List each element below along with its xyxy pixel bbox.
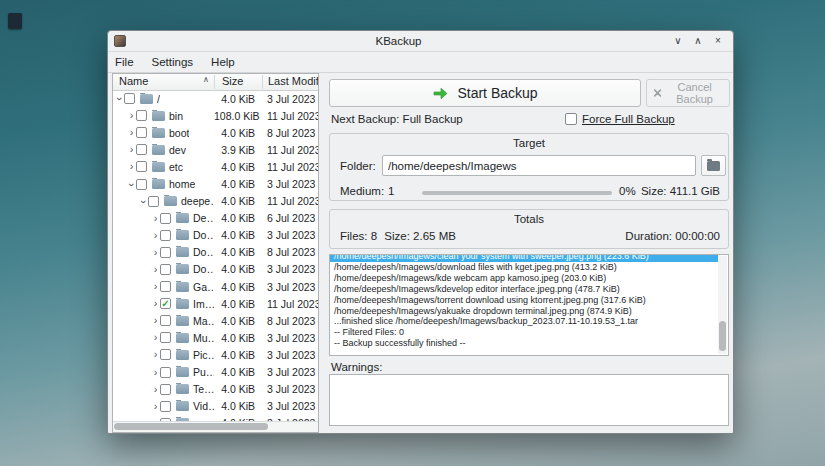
- row-checkbox[interactable]: [160, 281, 171, 292]
- log-line[interactable]: -- Filtered Files: 0: [330, 327, 718, 338]
- desktop-shortcut-icon[interactable]: [8, 13, 22, 29]
- tree-row[interactable]: › Vid… 4.0 KiB 3 Jul 2023 1: [113, 398, 318, 415]
- log-line[interactable]: /home/deepesh/Imagews/kdevelop editor in…: [330, 284, 718, 295]
- folder-name[interactable]: home: [169, 178, 195, 190]
- close-icon[interactable]: ×: [711, 34, 725, 48]
- folder-name[interactable]: Pu…: [193, 366, 214, 378]
- folder-name[interactable]: Do…: [193, 246, 214, 258]
- row-checkbox[interactable]: [160, 367, 171, 378]
- expander-icon[interactable]: ›: [151, 333, 160, 342]
- folder-name[interactable]: Ma…: [193, 315, 214, 327]
- log-line[interactable]: ...finished slice /home/deepesh/Imagews/…: [330, 316, 718, 327]
- tree-row[interactable]: › De… 4.0 KiB 6 Jul 2023 1: [113, 210, 318, 227]
- tree-row[interactable]: › / 4.0 KiB 3 Jul 2023 1: [113, 90, 318, 107]
- folder-name[interactable]: Mu…: [193, 332, 214, 344]
- expander-icon[interactable]: ›: [151, 350, 160, 359]
- scrollbar-handle[interactable]: [719, 321, 726, 351]
- tree-row[interactable]: › bin 108.0 KiB 11 Jul 2023: [113, 107, 318, 124]
- expander-icon[interactable]: ›: [151, 402, 160, 411]
- log-output[interactable]: /home/deepesh/Imagews/clean your system …: [329, 254, 729, 356]
- log-line[interactable]: /home/deepesh/Imagews/kde webcam app kam…: [330, 273, 718, 284]
- row-checkbox[interactable]: [160, 213, 171, 224]
- expander-icon[interactable]: ›: [151, 231, 160, 240]
- row-checkbox[interactable]: [136, 110, 147, 121]
- row-checkbox[interactable]: [136, 127, 147, 138]
- scrollbar-handle[interactable]: [114, 423, 268, 430]
- expander-icon[interactable]: ›: [151, 248, 160, 257]
- expander-icon[interactable]: ›: [127, 180, 136, 189]
- log-line[interactable]: /home/deepesh/Imagews/yakuake dropdown t…: [330, 306, 718, 317]
- tree-horizontal-scrollbar[interactable]: [113, 421, 318, 432]
- tree-row[interactable]: › Do… 4.0 KiB 8 Jul 2023 0: [113, 244, 318, 261]
- warnings-box[interactable]: [329, 374, 729, 426]
- expander-icon[interactable]: ›: [127, 128, 136, 137]
- medium-capacity-bar[interactable]: [422, 191, 612, 195]
- folder-name[interactable]: Do…: [193, 229, 214, 241]
- cancel-backup-button[interactable]: Cancel Backup: [646, 79, 730, 107]
- row-checkbox[interactable]: [136, 161, 147, 172]
- expander-icon[interactable]: ›: [151, 299, 160, 308]
- start-backup-button[interactable]: Start Backup: [329, 79, 641, 107]
- row-checkbox[interactable]: [160, 349, 171, 360]
- row-checkbox[interactable]: [136, 144, 147, 155]
- tree-row[interactable]: › Ma… 4.0 KiB 8 Jul 2023 0: [113, 312, 318, 329]
- expander-icon[interactable]: ›: [151, 282, 160, 291]
- tree-row[interactable]: › ✓ Im… 4.0 KiB 11 Jul 2023: [113, 295, 318, 312]
- row-checkbox[interactable]: [160, 315, 171, 326]
- folder-name[interactable]: boot: [169, 127, 189, 139]
- browse-folder-button[interactable]: [701, 155, 726, 176]
- row-checkbox[interactable]: [124, 93, 135, 104]
- tree-row[interactable]: › Pu… 4.0 KiB 3 Jul 2023 1: [113, 364, 318, 381]
- folder-name[interactable]: Pic…: [193, 349, 214, 361]
- tree-row[interactable]: › etc 4.0 KiB 11 Jul 2023: [113, 158, 318, 175]
- row-checkbox[interactable]: [160, 264, 171, 275]
- tree-row[interactable]: › Mu… 4.0 KiB 3 Jul 2023 1: [113, 329, 318, 346]
- tree-row[interactable]: › home 4.0 KiB 3 Jul 2023 1: [113, 175, 318, 192]
- folder-name[interactable]: Do…: [193, 263, 214, 275]
- folder-name[interactable]: Ga…: [193, 281, 214, 293]
- column-divider[interactable]: [262, 75, 263, 89]
- log-vertical-scrollbar[interactable]: [718, 256, 727, 354]
- menu-help[interactable]: Help: [202, 56, 244, 68]
- tree-row[interactable]: › Do… 4.0 KiB 3 Jul 2023 1: [113, 227, 318, 244]
- column-divider[interactable]: [214, 75, 215, 89]
- tree-row[interactable]: › Pic… 4.0 KiB 3 Jul 2023 2: [113, 346, 318, 363]
- folder-input[interactable]: [382, 155, 696, 176]
- row-checkbox[interactable]: [160, 230, 171, 241]
- tree-row[interactable]: › Do… 4.0 KiB 3 Jul 2023 2: [113, 261, 318, 278]
- log-line[interactable]: /home/deepesh/Imagews/clean your system …: [330, 254, 718, 262]
- menu-settings[interactable]: Settings: [143, 56, 203, 68]
- tree-row[interactable]: › Ga… 4.0 KiB 3 Jul 2023 2: [113, 278, 318, 295]
- folder-name[interactable]: bin: [169, 110, 183, 122]
- folder-name[interactable]: /: [157, 93, 160, 105]
- row-checkbox[interactable]: [160, 247, 171, 258]
- expander-icon[interactable]: ›: [151, 385, 160, 394]
- minimize-icon[interactable]: ∨: [671, 34, 685, 48]
- row-checkbox[interactable]: [160, 401, 171, 412]
- folder-name[interactable]: Te…: [193, 383, 214, 395]
- folder-name[interactable]: deepe…: [181, 195, 214, 207]
- folder-name[interactable]: Im…: [193, 298, 214, 310]
- folder-name[interactable]: dev: [169, 144, 186, 156]
- log-line[interactable]: /home/deepesh/Imagews/torrent download u…: [330, 295, 718, 306]
- row-checkbox[interactable]: ✓: [160, 298, 171, 309]
- row-checkbox[interactable]: [148, 196, 159, 207]
- tree-row[interactable]: › boot 4.0 KiB 8 Jul 2023 0: [113, 124, 318, 141]
- expander-icon[interactable]: ›: [151, 368, 160, 377]
- column-header-modified[interactable]: Last Modifi: [268, 75, 318, 87]
- checkbox-icon[interactable]: [565, 113, 577, 125]
- force-full-backup-checkbox[interactable]: Force Full Backup: [565, 113, 675, 125]
- titlebar[interactable]: KBackup ∨ ∧ ×: [108, 31, 733, 52]
- column-header-name[interactable]: Name: [119, 75, 148, 87]
- expander-icon[interactable]: ›: [115, 94, 124, 103]
- expander-icon[interactable]: ›: [139, 197, 148, 206]
- expander-icon[interactable]: ›: [127, 145, 136, 154]
- folder-name[interactable]: Vid…: [193, 400, 214, 412]
- folder-name[interactable]: De…: [193, 212, 214, 224]
- column-header-size[interactable]: Size: [222, 75, 243, 87]
- menu-file[interactable]: File: [108, 56, 143, 68]
- expander-icon[interactable]: ›: [151, 316, 160, 325]
- tree-row[interactable]: › Te… 4.0 KiB 3 Jul 2023 1: [113, 381, 318, 398]
- expander-icon[interactable]: ›: [127, 162, 136, 171]
- log-line[interactable]: /home/deepesh/Imagews/download files wit…: [330, 262, 718, 273]
